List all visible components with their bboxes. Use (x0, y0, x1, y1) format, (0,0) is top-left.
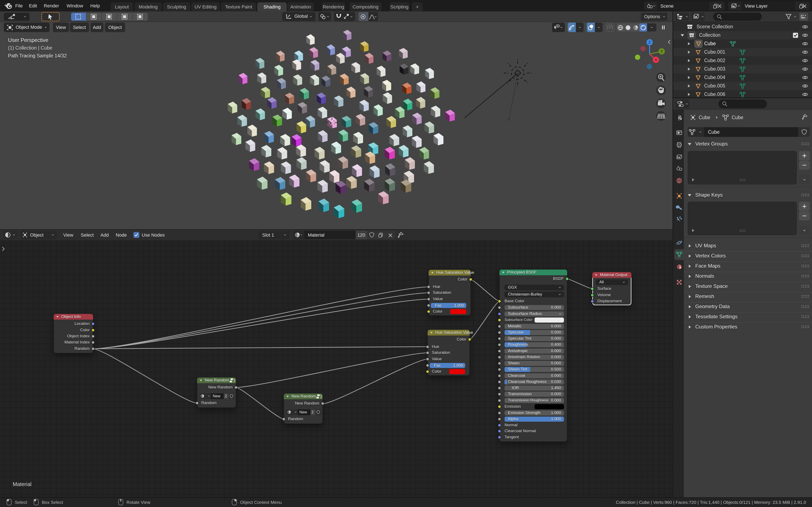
svg-text:Y: Y (660, 49, 663, 53)
svg-text:X: X (655, 58, 657, 62)
svg-text:Z: Z (649, 40, 651, 44)
